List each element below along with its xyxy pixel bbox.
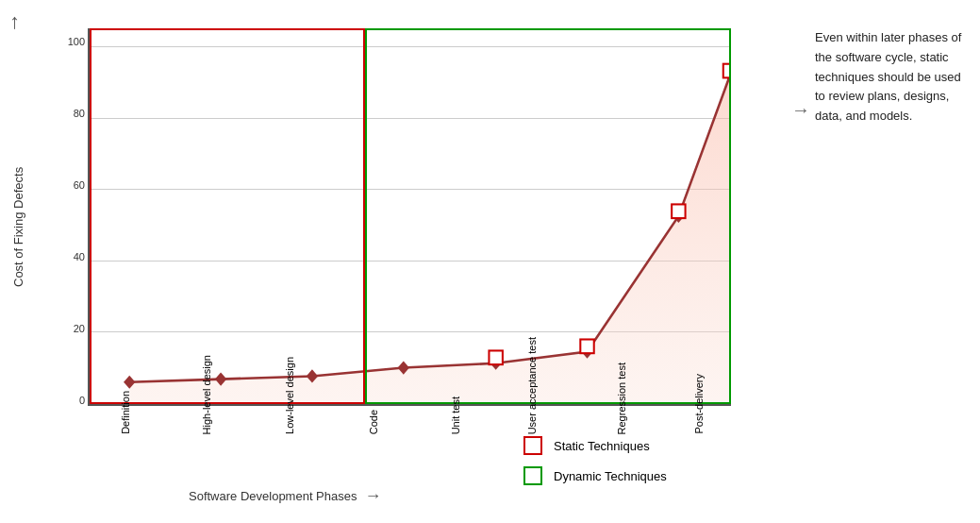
red-box-static — [90, 28, 365, 404]
legend: Static Techniques Dynamic Techniques — [523, 436, 667, 485]
y-tick-0: 0 — [79, 395, 85, 406]
y-tick-100: 100 — [68, 36, 85, 47]
legend-dynamic-label: Dynamic Techniques — [554, 469, 667, 483]
y-tick-80: 80 — [74, 108, 85, 119]
legend-static-label: Static Techniques — [554, 439, 650, 453]
y-tick-40: 40 — [74, 251, 85, 262]
green-box-dynamic — [365, 28, 731, 404]
chart-wrapper: 0 20 40 60 80 100 120 — [52, 28, 731, 434]
y-axis-up-arrow: ↑ — [9, 9, 20, 34]
x-tick-code: Code — [366, 410, 381, 434]
x-tick-regression: Regression test — [614, 363, 629, 434]
y-axis-ticks: 0 20 40 60 80 100 120 — [52, 28, 85, 406]
x-axis-labels: Definition High-level design Low-level d… — [88, 349, 731, 434]
page-container: ↑ Cost of Fixing Defects 0 20 40 60 80 1… — [0, 0, 980, 523]
legend-dynamic-box — [523, 466, 542, 485]
x-tick-uat: User acceptance test — [524, 337, 540, 434]
annotation-text: Even within later phases of the software… — [815, 28, 971, 127]
x-tick-definition: Definition — [118, 391, 133, 434]
x-axis-title: Software Development Phases → — [189, 486, 381, 506]
y-axis-label: Cost of Fixing Defects — [11, 47, 25, 406]
y-tick-20: 20 — [74, 323, 85, 334]
x-tick-post-delivery: Post-delivery — [691, 374, 706, 434]
x-tick-hl-design: High-level design — [199, 355, 214, 434]
legend-static-box — [523, 436, 542, 455]
x-axis-arrow: → — [364, 486, 381, 506]
y-tick-60: 60 — [74, 179, 85, 191]
annotation-arrow: → — [791, 99, 810, 121]
legend-dynamic: Dynamic Techniques — [523, 466, 667, 485]
x-tick-ll-design: Low-level design — [282, 357, 297, 434]
x-tick-unit-test: Unit test — [448, 396, 463, 434]
legend-static: Static Techniques — [523, 436, 667, 455]
